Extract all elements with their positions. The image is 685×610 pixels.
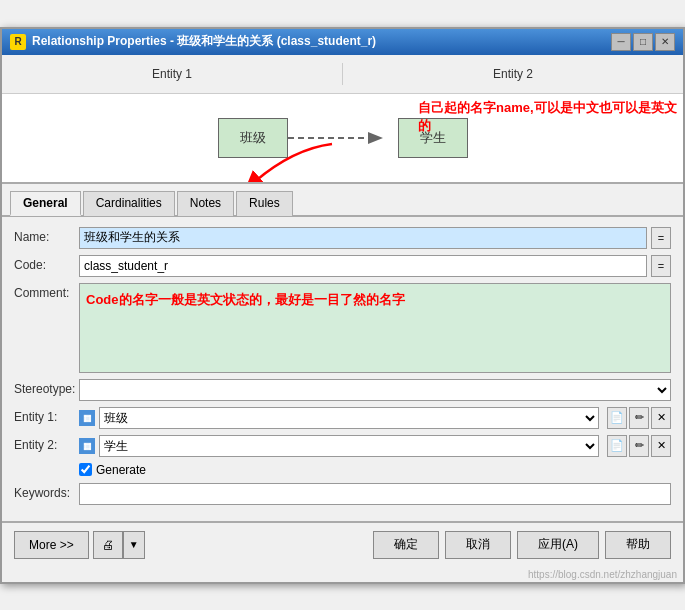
- maximize-button[interactable]: □: [633, 33, 653, 51]
- entity1-browse-button[interactable]: 📄: [607, 407, 627, 429]
- generate-checkbox[interactable]: [79, 463, 92, 476]
- name-row: Name: =: [14, 227, 671, 249]
- generate-label: Generate: [96, 463, 146, 477]
- minimize-button[interactable]: ─: [611, 33, 631, 51]
- entity2-clear-button[interactable]: ✕: [651, 435, 671, 457]
- entity2-icon: ▦: [79, 438, 95, 454]
- tabs-container: General Cardinalities Notes Rules: [2, 184, 683, 217]
- entity2-select[interactable]: 学生: [99, 435, 599, 457]
- entity1-input-wrap: ▦ 班级 📄 ✏ ✕: [79, 407, 671, 429]
- entity1-select-wrap: ▦ 班级: [79, 407, 599, 429]
- entity1-box: 班级: [218, 118, 288, 158]
- relation-line: [288, 123, 398, 153]
- title-bar: R Relationship Properties - 班级和学生的关系 (cl…: [2, 29, 683, 55]
- comment-annotation: Code的名字一般是英文状态的，最好是一目了然的名字: [86, 292, 405, 307]
- keywords-label: Keywords:: [14, 483, 79, 500]
- entity2-header: Entity 2: [343, 63, 683, 85]
- watermark: https://blog.csdn.net/zhzhangjuan: [2, 567, 683, 582]
- entity1-clear-button[interactable]: ✕: [651, 407, 671, 429]
- title-bar-left: R Relationship Properties - 班级和学生的关系 (cl…: [10, 33, 376, 50]
- comment-row: Comment: Code的名字一般是英文状态的，最好是一目了然的名字: [14, 283, 671, 373]
- name-input[interactable]: [79, 227, 647, 249]
- entity1-row: Entity 1: ▦ 班级 📄 ✏ ✕: [14, 407, 671, 429]
- entity2-browse-button[interactable]: 📄: [607, 435, 627, 457]
- confirm-button[interactable]: 确定: [373, 531, 439, 559]
- entity1-action-icons: 📄 ✏ ✕: [607, 407, 671, 429]
- entity1-field-label: Entity 1:: [14, 407, 79, 424]
- entity2-field-label: Entity 2:: [14, 435, 79, 452]
- stereotype-input-wrap: [79, 379, 671, 401]
- close-button[interactable]: ✕: [655, 33, 675, 51]
- entity2-select-wrap: ▦ 学生: [79, 435, 599, 457]
- entity2-row: Entity 2: ▦ 学生 📄 ✏ ✕: [14, 435, 671, 457]
- form-area: Name: = Code: = Comment: Code的名字一般是英文状态的…: [2, 217, 683, 521]
- entity2-input-wrap: ▦ 学生 📄 ✏ ✕: [79, 435, 671, 457]
- diagram-area: 班级 学生: [2, 94, 683, 184]
- apply-button[interactable]: 应用(A): [517, 531, 599, 559]
- entity1-header: Entity 1: [2, 63, 343, 85]
- name-label: Name:: [14, 227, 79, 244]
- tab-cardinalities[interactable]: Cardinalities: [83, 191, 175, 216]
- code-eq-button[interactable]: =: [651, 255, 671, 277]
- name-input-wrap: =: [79, 227, 671, 249]
- more-button[interactable]: More >>: [14, 531, 89, 559]
- help-button[interactable]: 帮助: [605, 531, 671, 559]
- tab-general[interactable]: General: [10, 191, 81, 216]
- window-icon: R: [10, 34, 26, 50]
- entity1-select[interactable]: 班级: [99, 407, 599, 429]
- printer-icon: 🖨: [102, 538, 114, 552]
- stereotype-row: Stereotype:: [14, 379, 671, 401]
- tab-notes[interactable]: Notes: [177, 191, 234, 216]
- generate-row: Generate: [79, 463, 671, 477]
- comment-input-wrap: Code的名字一般是英文状态的，最好是一目了然的名字: [79, 283, 671, 373]
- code-row: Code: =: [14, 255, 671, 277]
- entity2-create-button[interactable]: ✏: [629, 435, 649, 457]
- entity2-box: 学生: [398, 118, 468, 158]
- window-title: Relationship Properties - 班级和学生的关系 (clas…: [32, 33, 376, 50]
- entity1-create-button[interactable]: ✏: [629, 407, 649, 429]
- stereotype-label: Stereotype:: [14, 379, 79, 396]
- code-input-wrap: =: [79, 255, 671, 277]
- comment-label: Comment:: [14, 283, 79, 300]
- bottom-left: More >> 🖨 ▼: [14, 531, 367, 559]
- keywords-input-wrap: [79, 483, 671, 505]
- entity1-icon: ▦: [79, 410, 95, 426]
- name-eq-button[interactable]: =: [651, 227, 671, 249]
- tab-rules[interactable]: Rules: [236, 191, 293, 216]
- entity2-action-icons: 📄 ✏ ✕: [607, 435, 671, 457]
- svg-marker-1: [368, 132, 383, 144]
- title-bar-controls: ─ □ ✕: [611, 33, 675, 51]
- main-window: R Relationship Properties - 班级和学生的关系 (cl…: [0, 27, 685, 584]
- print-dropdown-button[interactable]: ▼: [123, 531, 145, 559]
- bottom-bar: More >> 🖨 ▼ 确定 取消 应用(A) 帮助: [2, 521, 683, 567]
- comment-box[interactable]: Code的名字一般是英文状态的，最好是一目了然的名字: [79, 283, 671, 373]
- cancel-button[interactable]: 取消: [445, 531, 511, 559]
- keywords-input[interactable]: [79, 483, 671, 505]
- code-input[interactable]: [79, 255, 647, 277]
- keywords-row: Keywords:: [14, 483, 671, 505]
- entity-header: Entity 1 Entity 2: [2, 55, 683, 94]
- code-label: Code:: [14, 255, 79, 272]
- print-group: 🖨 ▼: [93, 531, 145, 559]
- stereotype-select[interactable]: [79, 379, 671, 401]
- print-button[interactable]: 🖨: [93, 531, 123, 559]
